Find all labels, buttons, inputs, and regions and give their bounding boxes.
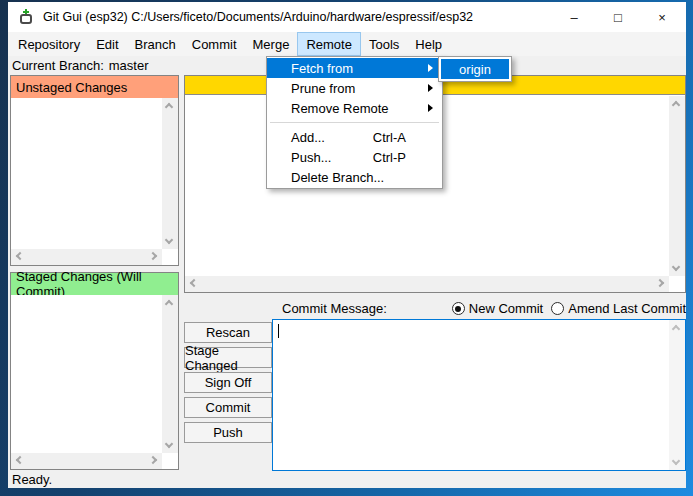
scroll-down-icon <box>672 263 680 271</box>
menu-item-origin[interactable]: origin <box>441 59 509 79</box>
menu-shortcut: Ctrl-A <box>373 130 406 145</box>
scroll-right-icon <box>149 456 157 464</box>
scroll-left-icon <box>16 456 24 464</box>
window-controls: – □ × <box>552 2 686 32</box>
menu-item-prune-from[interactable]: Prune from <box>267 78 442 98</box>
menu-item-label: Delete Branch... <box>291 170 384 185</box>
scroll-up-icon <box>672 101 680 109</box>
diff-horizontal-scrollbar[interactable] <box>185 276 669 292</box>
status-bar: Ready. <box>8 471 686 488</box>
rescan-button[interactable]: Rescan <box>184 322 272 343</box>
menu-item-label: Push... <box>291 150 331 165</box>
text-cursor <box>278 324 279 338</box>
commit-button[interactable]: Commit <box>184 397 272 418</box>
menu-separator <box>270 122 439 123</box>
menu-item-push[interactable]: Push... Ctrl-P <box>267 147 442 167</box>
scroll-left-icon <box>16 252 24 260</box>
staged-changes-panel: Staged Changes (Will Commit) <box>10 272 179 470</box>
menu-item-remove-remote[interactable]: Remove Remote <box>267 98 442 118</box>
scroll-left-icon <box>190 279 198 287</box>
scroll-right-icon <box>149 252 157 260</box>
menu-item-fetch-from[interactable]: Fetch from <box>267 58 442 78</box>
commit-message-input[interactable] <box>272 319 686 471</box>
staged-changes-header: Staged Changes (Will Commit) <box>11 273 178 295</box>
scroll-up-icon <box>165 300 173 308</box>
scroll-down-icon <box>165 440 173 448</box>
scroll-down-icon <box>672 457 680 465</box>
menu-item-label: Fetch from <box>291 61 353 76</box>
git-gui-window: Git Gui (esp32) C:/Users/ficeto/Document… <box>0 0 693 496</box>
radio-new-commit-label: New Commit <box>469 301 543 316</box>
scroll-right-icon <box>656 279 664 287</box>
scroll-up-icon <box>672 325 680 333</box>
menu-item-label: Add... <box>291 130 325 145</box>
menubar: Repository Edit Branch Commit Merge Remo… <box>8 32 686 56</box>
git-gui-icon <box>19 9 34 25</box>
commit-message-scrollbar[interactable] <box>669 320 685 470</box>
maximize-icon: □ <box>614 10 622 25</box>
sign-off-button[interactable]: Sign Off <box>184 372 272 393</box>
menu-merge[interactable]: Merge <box>245 32 298 56</box>
menu-item-label: Remove Remote <box>291 101 389 116</box>
current-branch-value: master <box>109 58 149 73</box>
fetch-from-submenu: origin <box>438 56 512 82</box>
staged-file-list[interactable] <box>11 295 162 453</box>
push-button[interactable]: Push <box>184 422 272 443</box>
menu-tools[interactable]: Tools <box>361 32 407 56</box>
commit-type-radios: New Commit Amend Last Commit <box>452 301 686 316</box>
unstaged-vertical-scrollbar[interactable] <box>162 98 178 249</box>
stage-changed-button[interactable]: Stage Changed <box>184 347 272 368</box>
radio-unselected-icon <box>551 302 564 315</box>
maximize-button[interactable]: □ <box>596 2 640 32</box>
submenu-arrow-icon <box>428 64 433 72</box>
radio-amend-label: Amend Last Commit <box>568 301 686 316</box>
menu-item-delete-branch[interactable]: Delete Branch... <box>267 167 442 187</box>
radio-selected-icon <box>452 302 465 315</box>
close-icon: × <box>658 10 666 25</box>
minimize-icon: – <box>570 10 577 25</box>
menu-shortcut: Ctrl-P <box>373 150 406 165</box>
scroll-down-icon <box>165 236 173 244</box>
minimize-button[interactable]: – <box>552 2 596 32</box>
unstaged-changes-header: Unstaged Changes <box>11 76 178 98</box>
menu-item-add[interactable]: Add... Ctrl-A <box>267 127 442 147</box>
remote-menu-popup: Fetch from Prune from Remove Remote Add.… <box>266 56 443 189</box>
current-branch-label: Current Branch: <box>12 58 104 73</box>
radio-new-commit[interactable]: New Commit <box>452 301 543 316</box>
menu-help[interactable]: Help <box>407 32 450 56</box>
unstaged-changes-panel: Unstaged Changes <box>10 75 179 266</box>
radio-amend-last-commit[interactable]: Amend Last Commit <box>551 301 686 316</box>
staged-horizontal-scrollbar[interactable] <box>11 453 162 469</box>
commit-message-label: Commit Message: <box>282 301 387 316</box>
titlebar[interactable]: Git Gui (esp32) C:/Users/ficeto/Document… <box>8 2 686 32</box>
menu-repository[interactable]: Repository <box>10 32 88 56</box>
submenu-arrow-icon <box>428 84 433 92</box>
status-text: Ready. <box>12 472 52 487</box>
unstaged-horizontal-scrollbar[interactable] <box>11 249 162 265</box>
menu-commit[interactable]: Commit <box>184 32 245 56</box>
close-button[interactable]: × <box>640 2 684 32</box>
menu-branch[interactable]: Branch <box>127 32 184 56</box>
menu-item-label: Prune from <box>291 81 355 96</box>
diff-vertical-scrollbar[interactable] <box>669 96 685 276</box>
menu-edit[interactable]: Edit <box>88 32 126 56</box>
unstaged-file-list[interactable] <box>11 98 162 249</box>
submenu-arrow-icon <box>428 104 433 112</box>
window-title: Git Gui (esp32) C:/Users/ficeto/Document… <box>43 10 473 24</box>
staged-vertical-scrollbar[interactable] <box>162 295 178 453</box>
scroll-up-icon <box>165 103 173 111</box>
commit-message-header: Commit Message: New Commit Amend Last Co… <box>272 299 686 318</box>
menu-remote[interactable]: Remote <box>297 32 361 56</box>
